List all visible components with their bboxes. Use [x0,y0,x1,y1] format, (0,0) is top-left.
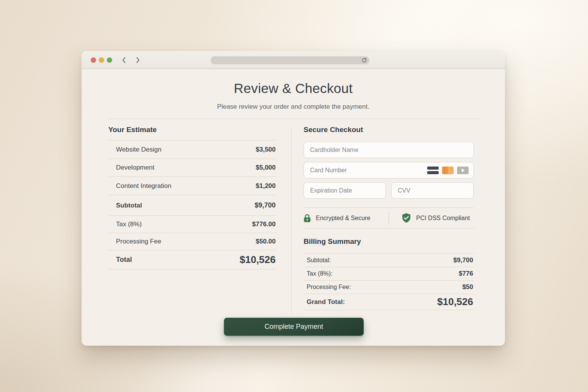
shield-check-icon [402,213,411,223]
encrypted-badge: Encrypted & Secure [304,214,370,222]
cvv-input[interactable] [391,182,474,199]
billing-subtotal-value: $9,700 [453,256,473,264]
tax-label: Tax (8%) [116,220,142,228]
mastercard-icon [442,167,454,174]
accepted-cards [427,167,469,174]
expiration-date-input[interactable] [304,182,386,199]
grand-total-label: Grand Total: [307,298,345,306]
cardholder-name-input[interactable] [304,142,474,158]
billing-subtotal-label: Subtotal: [307,257,331,264]
estimate-row-website-design: Website Design $3,500 [108,140,276,158]
total-label: Total [116,256,132,264]
estimate-total-row: Total $10,526 [108,250,276,270]
checkout-section: Secure Checkout Encry [304,126,474,310]
item-label: Development [116,164,154,172]
estimate-processing-fee-row: Processing Fee $50.00 [108,233,276,250]
page-title: Review & Checkout [82,81,505,96]
processing-fee-label: Processing Fee [116,238,161,245]
expiry-cvv-row [304,182,474,199]
billing-processing-fee-value: $50 [462,283,473,291]
address-bar[interactable] [211,56,369,64]
card-number-field-wrap [304,162,474,178]
pci-badge-label: PCI DSS Compliant [416,215,470,222]
browser-window: Review & Checkout Please review your ord… [82,51,505,346]
minimize-window-button[interactable] [99,57,104,63]
column-divider [291,127,292,314]
tax-value: $776.00 [252,220,276,228]
estimate-subtotal-row: Subtotal $9,700 [108,195,276,216]
grand-total-value: $10,526 [437,296,473,308]
billing-grand-total-row: Grand Total: $10,526 [304,294,474,310]
subtotal-value: $9,700 [255,201,276,209]
estimate-section: Your Estimate Website Design $3,500 Deve… [108,126,276,270]
reload-icon[interactable] [361,57,367,63]
badge-separator [389,211,389,225]
generic-card-icon [457,167,469,174]
back-icon[interactable] [120,56,128,64]
billing-tax-value: $776 [459,270,473,278]
subtotal-label: Subtotal [116,202,142,209]
estimate-row-development: Development $5,000 [108,158,276,176]
pci-badge: PCI DSS Compliant [402,213,470,223]
billing-tax-row: Tax (8%): $776 [304,267,474,280]
header-divider [108,119,480,119]
estimate-row-content-integration: Content Integration $1,200 [108,176,276,195]
item-label: Website Design [116,146,162,154]
security-badges: Encrypted & Secure PCI DSS Compliant [304,208,474,228]
item-label: Content Integration [116,182,172,190]
lock-icon [304,214,311,222]
close-window-button[interactable] [91,57,96,63]
badges-divider [304,228,474,229]
billing-processing-fee-row: Processing Fee: $50 [304,280,474,294]
item-value: $1,200 [256,182,276,190]
forward-icon[interactable] [134,56,142,64]
maximize-window-button[interactable] [107,57,112,63]
billing-subtotal-row: Subtotal: $9,700 [304,253,474,267]
estimate-heading: Your Estimate [108,126,276,134]
total-value: $10,526 [240,254,276,266]
checkout-heading: Secure Checkout [304,126,474,134]
estimate-tax-row: Tax (8%) $776.00 [108,216,276,233]
processing-fee-value: $50.00 [256,238,276,245]
encrypted-badge-label: Encrypted & Secure [316,215,370,222]
card-brand-stripes-icon [427,167,439,174]
browser-chrome [82,51,505,69]
billing-processing-fee-label: Processing Fee: [307,284,351,291]
item-value: $5,000 [256,164,276,172]
item-value: $3,500 [256,146,276,154]
page-subtitle: Please review your order and complete th… [82,103,505,111]
complete-payment-button[interactable]: Complete Payment [224,318,364,336]
billing-tax-label: Tax (8%): [307,270,333,277]
billing-summary-heading: Billing Summary [304,237,474,246]
